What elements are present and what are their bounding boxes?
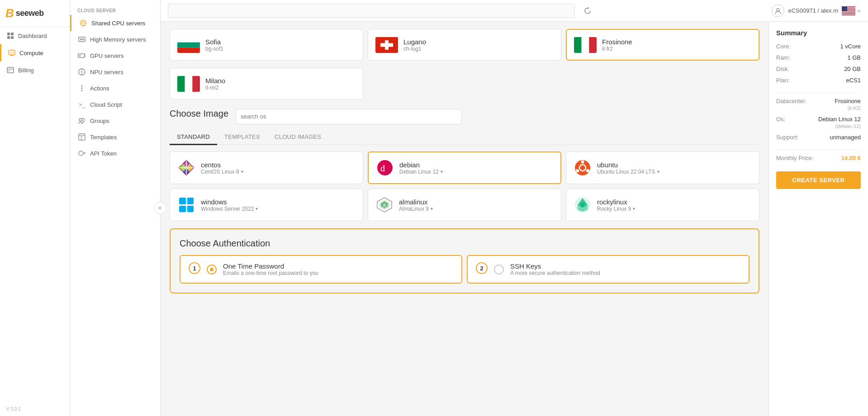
tab-templates[interactable]: TEMPLATES — [217, 130, 267, 145]
os-name: ubuntu — [597, 161, 659, 169]
sidebar-item-gpu[interactable]: GPU servers — [70, 47, 160, 64]
version-label: V 1.0.1 — [0, 402, 70, 416]
sub-sidebar: CLOUD SERVER Shared CPU servers High Mem… — [70, 0, 161, 416]
chevron-down-icon: ▾ — [657, 169, 659, 174]
tab-cloud-images[interactable]: CLOUD IMAGES — [267, 130, 328, 145]
tab-standard[interactable]: STANDARD — [170, 130, 217, 145]
sub-item-label: Groups — [90, 118, 109, 124]
svg-point-34 — [82, 118, 85, 121]
search-input[interactable] — [168, 4, 575, 18]
ubuntu-logo — [574, 159, 591, 176]
summary-title: Summary — [776, 29, 861, 37]
sidebar-item-high-memory[interactable]: High Memory servers — [70, 31, 160, 47]
location-card-milano[interactable]: Milano it-mi2 — [170, 68, 363, 99]
os-card-rockylinux[interactable]: rockylinux Rocky Linux 9 ▾ — [566, 189, 759, 221]
auth-card-ssh[interactable]: 2 SSH Keys A more secure authentication … — [467, 255, 749, 284]
sidebar-item-cloud-script[interactable]: >_ Cloud Script — [70, 96, 160, 113]
svg-rect-57 — [574, 37, 582, 53]
almalinux-icon — [375, 196, 394, 214]
sidebar-item-dashboard[interactable]: Dashboard — [0, 27, 70, 44]
create-server-button[interactable]: CREATE SERVER — [776, 171, 861, 189]
content-wrap: Sofia bg-sof1 Lugano — [161, 22, 868, 416]
svg-point-38 — [79, 151, 83, 156]
location-code: it-mi2 — [205, 85, 225, 91]
sidebar-item-templates[interactable]: Templates — [70, 129, 160, 145]
svg-rect-18 — [81, 38, 82, 40]
sub-item-label: NPU servers — [90, 69, 123, 76]
os-card-almalinux[interactable]: almalinux AlmaLinux 9 ▾ — [368, 189, 561, 221]
os-info: windows Windows Server 2022 ▾ — [201, 198, 258, 212]
content-area: Sofia bg-sof1 Lugano — [161, 22, 768, 416]
summary-datacenter-value: Frosinone (it-fr2) — [835, 98, 861, 111]
refresh-button[interactable] — [580, 4, 595, 18]
os-version: Rocky Linux 9 ▾ — [597, 206, 635, 212]
sidebar-item-api-token[interactable]: API Token — [70, 145, 160, 161]
chevron-down-icon: ▾ — [633, 206, 635, 211]
summary-support: Support: unmanaged — [776, 134, 861, 141]
os-card-ubuntu[interactable]: ubuntu Ubuntu Linux 22.04 LTS ▾ — [566, 151, 759, 184]
svg-rect-56 — [380, 43, 393, 47]
sidebar-item-shared-cpu[interactable]: Shared CPU servers — [70, 15, 160, 31]
sidebar-item-groups[interactable]: Groups — [70, 113, 160, 129]
summary-divider-2 — [776, 150, 861, 150]
bulgaria-flag — [177, 37, 200, 53]
win-sq-tr — [187, 198, 194, 204]
svg-rect-50 — [842, 6, 847, 11]
rockylinux-icon — [574, 196, 592, 214]
os-name: windows — [201, 198, 258, 206]
os-version: CentOS Linux 8 ▾ — [201, 169, 243, 175]
groups-icon — [77, 116, 86, 125]
sidebar-item-npu[interactable]: NPU servers — [70, 64, 160, 80]
svg-text:d: d — [380, 163, 385, 173]
location-code: bg-sof1 — [205, 46, 223, 52]
location-info: Frosinone it-fr2 — [602, 38, 632, 52]
summary-disk: Disk: 20 GB — [776, 66, 861, 72]
sub-item-label: API Token — [90, 150, 117, 157]
ubuntu-icon — [574, 159, 592, 177]
cloud-script-icon: >_ — [77, 100, 86, 109]
os-card-windows[interactable]: windows Windows Server 2022 ▾ — [170, 189, 363, 221]
sidebar-item-billing[interactable]: Billing — [0, 61, 70, 79]
os-info: debian Debian Linux 12 ▾ — [399, 161, 443, 175]
location-card-sofia[interactable]: Sofia bg-sof1 — [170, 29, 363, 61]
svg-rect-21 — [79, 55, 81, 57]
actions-icon — [77, 84, 86, 93]
auth-name: One Time Password — [223, 262, 318, 270]
svg-rect-1 — [11, 33, 14, 35]
windows-icon — [177, 196, 195, 214]
auth-info: One Time Password Emails a one-time root… — [223, 262, 318, 276]
svg-rect-61 — [185, 76, 193, 92]
language-selector[interactable] — [842, 6, 861, 15]
svg-point-42 — [777, 9, 779, 11]
sub-item-label: GPU servers — [90, 52, 123, 59]
svg-rect-52 — [177, 42, 200, 47]
summary-panel: Summary Core: 1 vCore Ram: 1 GB Disk: 20… — [768, 22, 868, 416]
summary-os-value: Debian Linux 12 (debian-12) — [818, 116, 861, 129]
os-card-centos[interactable]: centos CentOS Linux 8 ▾ — [170, 151, 363, 184]
search-os-input[interactable] — [236, 109, 462, 124]
os-card-debian[interactable]: d debian Debian Linux 12 ▾ — [368, 151, 561, 184]
location-card-frosinone[interactable]: Frosinone it-fr2 — [566, 29, 759, 61]
user-avatar-icon — [774, 7, 782, 14]
sidebar-item-label: Billing — [18, 67, 34, 74]
sidebar-item-actions[interactable]: Actions — [70, 80, 160, 96]
svg-point-30 — [81, 88, 83, 89]
auth-desc: A more secure authentication method — [510, 270, 600, 276]
svg-rect-6 — [9, 52, 14, 53]
sidebar-item-compute[interactable]: Compute — [0, 44, 70, 61]
chevron-down-icon: ▾ — [241, 169, 243, 174]
flag-bg — [177, 37, 200, 53]
gpu-icon — [77, 51, 86, 60]
location-code: it-fr2 — [602, 46, 632, 52]
flag-it — [574, 37, 597, 53]
summary-price-label: Monthly Price: — [776, 155, 813, 161]
summary-price: Monthly Price: 14.00 € — [776, 155, 861, 161]
svg-point-31 — [81, 90, 83, 91]
debian-logo: d — [376, 159, 394, 176]
svg-text:>_: >_ — [79, 101, 86, 108]
main-area: eCS00971 / alex.m — [161, 0, 868, 416]
logo: B seeweb — [5, 6, 64, 20]
auth-card-otp[interactable]: 1 One Time Password Emails a one-time ro… — [180, 255, 462, 284]
sidebar-collapse-button[interactable] — [154, 202, 166, 214]
location-card-lugano[interactable]: Lugano ch-lug1 — [368, 29, 561, 61]
